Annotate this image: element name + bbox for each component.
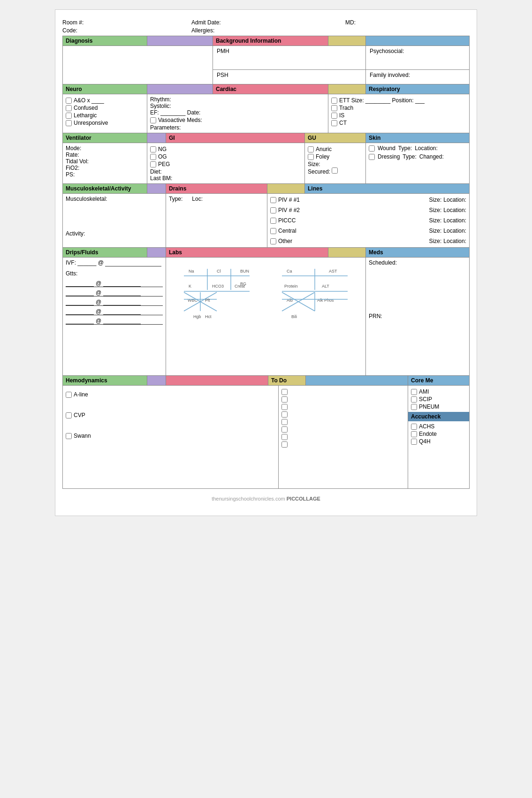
coreme-content: AMI SCIP PNEUM Accucheck ACHS Endote Q4 xyxy=(408,386,469,488)
neuro-cardiac-resp-content: A&O x ____ Confused Lethargic Unresponsi… xyxy=(62,94,470,133)
endote-checkbox[interactable] xyxy=(411,431,417,437)
is-checkbox[interactable] xyxy=(331,113,337,119)
mode-row: Mode: xyxy=(66,145,144,152)
svg-text:WBC: WBC xyxy=(188,298,198,303)
trach-label: Trach xyxy=(339,105,353,111)
lethargic-checkbox[interactable] xyxy=(66,113,72,119)
unresponsive-checkbox[interactable] xyxy=(66,120,72,126)
secured-checkbox[interactable] xyxy=(332,167,338,174)
drains-header: Drains xyxy=(166,184,267,193)
svg-text:K: K xyxy=(189,284,191,289)
piv2-loc: Location: xyxy=(443,207,466,213)
todo-content xyxy=(279,386,408,488)
cvp-checkbox[interactable] xyxy=(66,412,72,418)
aline-checkbox[interactable] xyxy=(66,392,72,398)
background-content: PMH PSH Psychosocial: Family involved: xyxy=(62,46,470,84)
gi-content: NG OG PEG Diet: Last BM: xyxy=(147,143,305,183)
piv2-size: Size: xyxy=(429,207,442,213)
ef-row: EF: ________ Date: xyxy=(150,109,325,116)
dressing-label: Dressing xyxy=(378,153,400,160)
todo-checkbox-1[interactable] xyxy=(281,389,288,395)
todo-checkbox-6[interactable] xyxy=(281,426,288,433)
todo-checkbox-7[interactable] xyxy=(281,434,288,440)
wound-checkbox[interactable] xyxy=(369,145,375,152)
todo-checkbox-5[interactable] xyxy=(281,419,288,425)
code-label: Code: xyxy=(62,27,77,34)
is-item: IS xyxy=(331,112,466,119)
todo-3 xyxy=(281,404,405,410)
ct-checkbox[interactable] xyxy=(331,120,337,126)
piv1-checkbox[interactable] xyxy=(270,197,276,203)
todo-checkbox-8[interactable] xyxy=(281,441,288,448)
todo-checkbox-2[interactable] xyxy=(281,396,288,403)
psh-label: PSH xyxy=(217,72,228,78)
gu-header: GU xyxy=(305,133,366,143)
peg-checkbox[interactable] xyxy=(150,161,156,167)
ami-checkbox[interactable] xyxy=(411,389,417,395)
todo-checkbox-3[interactable] xyxy=(281,404,288,410)
foley-checkbox[interactable] xyxy=(308,154,314,160)
achs-checkbox[interactable] xyxy=(411,424,417,430)
md-label: MD: xyxy=(345,19,356,26)
diag-header-row: Diagnosis Background Information xyxy=(62,36,470,46)
family-label: Family involved: xyxy=(370,72,410,78)
cardiac-content: Rhythm: Systolic: EF: ________ Date: Vas… xyxy=(147,94,328,133)
confused-checkbox[interactable] xyxy=(66,105,72,111)
q4h-checkbox[interactable] xyxy=(411,439,417,445)
piccc-size: Size: xyxy=(429,217,442,224)
hemodynamics-content: A-line CVP Swann xyxy=(63,386,279,488)
og-item: OG xyxy=(150,153,302,160)
trach-checkbox[interactable] xyxy=(331,105,337,111)
piv2-checkbox[interactable] xyxy=(270,207,276,213)
footer: thenursingschoolchronicles.com PICCOLLAG… xyxy=(62,496,470,502)
anuric-checkbox[interactable] xyxy=(308,146,314,152)
lethargic-label: Lethargic xyxy=(74,112,97,119)
swann-label: Swann xyxy=(74,433,91,439)
todo-blue xyxy=(306,376,408,385)
og-checkbox[interactable] xyxy=(150,154,156,160)
aox-checkbox[interactable] xyxy=(66,98,72,104)
swann-checkbox[interactable] xyxy=(66,433,72,439)
hemo-todo-coreme-content: A-line CVP Swann AMI xyxy=(62,386,470,489)
todo-7 xyxy=(281,434,405,440)
pneum-checkbox[interactable] xyxy=(411,404,417,410)
svg-text:HCO3: HCO3 xyxy=(212,284,224,289)
msk-content: Musculoskeletal: Activity: xyxy=(63,194,166,247)
svg-text:Bili: Bili xyxy=(291,314,297,319)
respiratory-content: ETT Size: ________ Position: ___ Trach I… xyxy=(328,94,469,133)
ct-label: CT xyxy=(339,120,347,126)
ett-label: ETT Size: ________ Position: ___ xyxy=(339,97,425,104)
neuro-content: A&O x ____ Confused Lethargic Unresponsi… xyxy=(63,94,147,133)
prn-row: PRN: xyxy=(369,313,466,319)
scip-checkbox[interactable] xyxy=(411,396,417,403)
svg-text:Cl: Cl xyxy=(217,269,221,274)
admit-label: Admit Date: xyxy=(191,19,221,26)
dressing-checkbox[interactable] xyxy=(369,154,375,160)
central-item: Central xyxy=(270,228,427,234)
todo-checkbox-4[interactable] xyxy=(281,411,288,418)
ct-item: CT xyxy=(331,120,466,126)
msk-header: Musculoskeletal/Activity xyxy=(63,184,147,193)
ng-checkbox[interactable] xyxy=(150,146,156,152)
piv1-size: Size: xyxy=(429,197,442,203)
room-field: Room #: xyxy=(62,19,187,26)
header-row2: Code: Allergies: xyxy=(62,27,470,34)
vasoactive-checkbox[interactable] xyxy=(150,117,156,123)
piccc-checkbox[interactable] xyxy=(270,218,276,224)
family-area: Family involved: xyxy=(366,69,469,80)
skin-content: Wound Type: Location: Dressing Type: Cha… xyxy=(366,143,469,183)
labs-diagrams: Na Cl BUN K HCO3 Creat B xyxy=(168,259,364,373)
allergies-field: Allergies: xyxy=(191,27,341,34)
gtts-line-3: @ xyxy=(66,298,163,306)
drains-type-label: Type: xyxy=(169,196,182,202)
ett-checkbox[interactable] xyxy=(331,98,337,104)
msk-drains-lines-content: Musculoskeletal: Activity: Type: Loc: PI… xyxy=(62,194,470,248)
gu-secured-row: Secured: xyxy=(308,167,363,175)
activity-row: Activity: xyxy=(66,230,163,237)
other-checkbox[interactable] xyxy=(270,238,276,244)
hemodynamics-header: Hemodynamics xyxy=(63,376,147,385)
central-checkbox[interactable] xyxy=(270,228,276,234)
gu-size-row: Size: xyxy=(308,161,363,167)
other-loc: Location: xyxy=(443,238,466,244)
cardiac-yellow xyxy=(328,84,366,94)
